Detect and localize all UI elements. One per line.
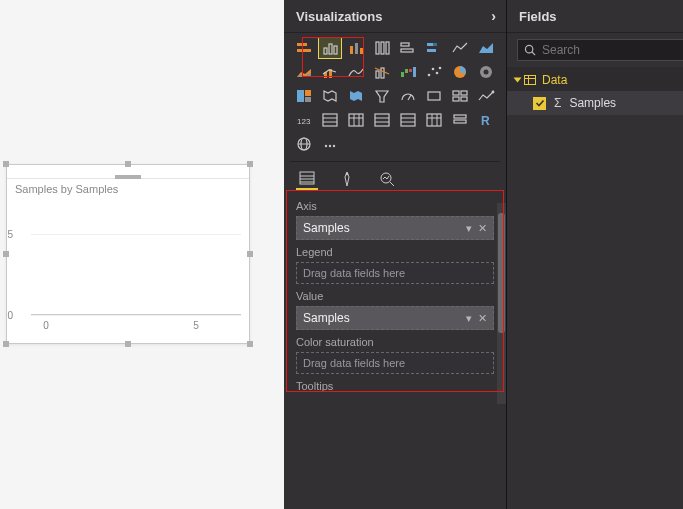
- viz-type-table3[interactable]: [396, 109, 420, 131]
- visualizations-title: Visualizations: [296, 9, 382, 24]
- viz-type-stackcol100[interactable]: [370, 37, 394, 59]
- fields-table-row[interactable]: Data: [507, 67, 683, 91]
- viz-type-donut[interactable]: [474, 61, 498, 83]
- viz-type-card[interactable]: [422, 85, 446, 107]
- viz-type-kpi[interactable]: [474, 85, 498, 107]
- resize-handle[interactable]: [247, 161, 253, 167]
- resize-handle[interactable]: [125, 161, 131, 167]
- svg-point-25: [432, 68, 435, 71]
- viz-type-gauge[interactable]: [396, 85, 420, 107]
- viz-type-combo[interactable]: [318, 61, 342, 83]
- svg-rect-18: [376, 71, 379, 78]
- search-input[interactable]: [542, 43, 683, 57]
- viz-type-waterfall[interactable]: [396, 61, 420, 83]
- svg-point-27: [439, 67, 442, 70]
- scrollbar[interactable]: [497, 203, 506, 404]
- viz-type-pie[interactable]: [448, 61, 472, 83]
- viz-type-colchart[interactable]: [318, 37, 342, 59]
- fields-header[interactable]: Fields ›: [507, 0, 683, 33]
- resize-handle[interactable]: [247, 251, 253, 257]
- viz-type-slicer[interactable]: [448, 109, 472, 131]
- viz-type-ribbon[interactable]: [344, 61, 368, 83]
- viz-type-matrix2[interactable]: [422, 109, 446, 131]
- svg-rect-23: [413, 67, 416, 77]
- well-legend-drop[interactable]: Drag data fields here: [296, 262, 494, 284]
- svg-rect-36: [453, 91, 459, 95]
- svg-rect-59: [454, 115, 466, 118]
- svg-rect-31: [297, 90, 304, 102]
- well-value-chip[interactable]: Samples ▾ ✕: [296, 306, 494, 330]
- search-icon: [524, 44, 536, 56]
- svg-rect-13: [427, 43, 433, 46]
- well-color-drop[interactable]: Drag data fields here: [296, 352, 494, 374]
- svg-line-76: [532, 52, 535, 55]
- fields-title: Fields: [519, 9, 557, 24]
- viz-type-table2[interactable]: [370, 109, 394, 131]
- viz-type-scatter[interactable]: [422, 61, 446, 83]
- tab-analytics[interactable]: [376, 168, 398, 190]
- viz-type-stackbarh[interactable]: [422, 37, 446, 59]
- svg-rect-38: [453, 97, 459, 101]
- viz-type-table[interactable]: [318, 109, 342, 131]
- viz-type-matrix[interactable]: [344, 109, 368, 131]
- tab-format[interactable]: [336, 168, 358, 190]
- svg-text:R: R: [481, 114, 490, 128]
- svg-rect-7: [360, 48, 363, 54]
- viz-type-globe[interactable]: [292, 133, 316, 155]
- y-tick-label: 0: [1, 310, 13, 321]
- fields-field-row[interactable]: Σ Samples: [507, 91, 683, 115]
- field-checkbox[interactable]: [533, 97, 546, 110]
- field-wells: Axis Samples ▾ ✕ Legend Drag data fields…: [290, 190, 500, 400]
- svg-rect-37: [461, 91, 467, 95]
- chevron-down-icon[interactable]: ▾: [466, 222, 472, 235]
- resize-handle[interactable]: [3, 341, 9, 347]
- viz-type-custom[interactable]: [318, 133, 342, 155]
- fields-search[interactable]: [517, 39, 683, 61]
- resize-handle[interactable]: [247, 341, 253, 347]
- remove-field-icon[interactable]: ✕: [478, 312, 487, 325]
- well-axis-chip[interactable]: Samples ▾ ✕: [296, 216, 494, 240]
- fields-table-name: Data: [542, 73, 567, 87]
- svg-rect-42: [323, 114, 337, 126]
- svg-point-40: [492, 91, 495, 94]
- viz-type-area[interactable]: [474, 37, 498, 59]
- x-tick-label: [151, 320, 181, 331]
- chevron-down-icon[interactable]: ▾: [466, 312, 472, 325]
- collapse-pane-icon[interactable]: ›: [491, 8, 496, 24]
- viz-type-r[interactable]: R: [474, 109, 498, 131]
- svg-point-67: [333, 145, 335, 147]
- remove-field-icon[interactable]: ✕: [478, 222, 487, 235]
- tab-fields[interactable]: [296, 168, 318, 190]
- sigma-icon: Σ: [554, 96, 561, 110]
- svg-rect-15: [427, 49, 436, 52]
- report-canvas[interactable]: Samples by Samples 05 05: [0, 0, 284, 509]
- viz-type-map[interactable]: [318, 85, 342, 107]
- svg-rect-6: [355, 43, 358, 54]
- viz-type-num[interactable]: 123: [292, 109, 316, 131]
- visualizations-header[interactable]: Visualizations ›: [284, 0, 506, 33]
- viz-type-combo2[interactable]: [370, 61, 394, 83]
- viz-type-multicard[interactable]: [448, 85, 472, 107]
- expand-icon[interactable]: [514, 78, 522, 83]
- viz-type-tree[interactable]: [292, 85, 316, 107]
- chart-title: Samples by Samples: [7, 179, 249, 195]
- viz-type-areast[interactable]: [292, 61, 316, 83]
- svg-rect-0: [297, 43, 307, 46]
- x-tick-label: 0: [31, 320, 61, 331]
- fields-pane: Fields › Data Σ Samples: [507, 0, 683, 509]
- resize-handle[interactable]: [3, 251, 9, 257]
- visual-gallery: 123R: [290, 33, 500, 161]
- viz-type-funnel[interactable]: [370, 85, 394, 107]
- resize-handle[interactable]: [125, 341, 131, 347]
- resize-handle[interactable]: [3, 161, 9, 167]
- viz-type-barh[interactable]: [396, 37, 420, 59]
- viz-type-line[interactable]: [448, 37, 472, 59]
- viz-type-stackcol[interactable]: [344, 37, 368, 59]
- table-icon: [524, 75, 536, 85]
- svg-rect-3: [329, 44, 332, 54]
- svg-rect-8: [376, 42, 379, 54]
- visual-header[interactable]: [7, 165, 249, 179]
- viz-type-filledmap[interactable]: [344, 85, 368, 107]
- visual-column-chart[interactable]: Samples by Samples 05 05: [6, 164, 250, 344]
- viz-type-stackbar[interactable]: [292, 37, 316, 59]
